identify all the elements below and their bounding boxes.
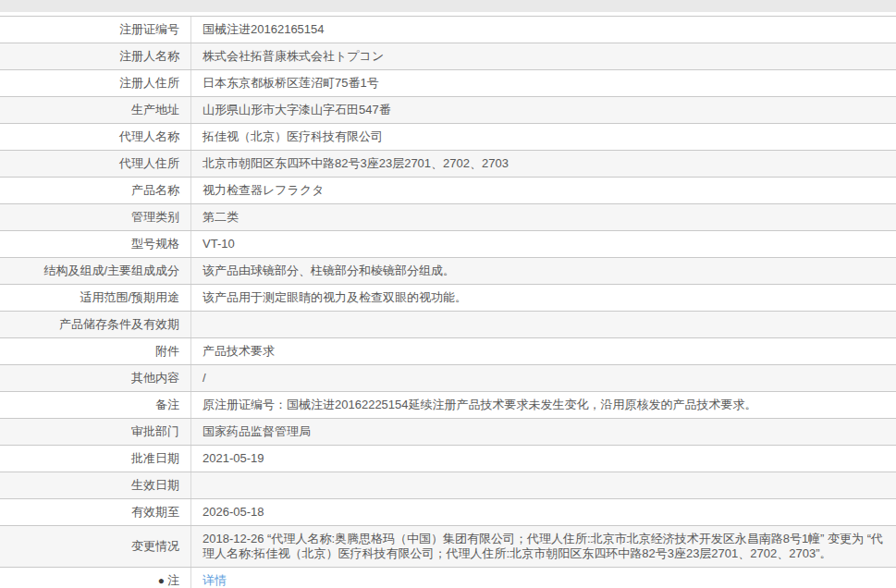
table-row: 注册人住所 日本东京都板桥区莲沼町75番1号 bbox=[0, 70, 896, 97]
row-value: 原注册证编号：国械注进20162225154延续注册产品技术要求未发生变化，沿用… bbox=[191, 392, 896, 418]
table-row: 适用范围/预期用途 该产品用于测定眼睛的视力及检查双眼的视功能。 bbox=[0, 285, 896, 312]
table-row: 备注 原注册证编号：国械注进20162225154延续注册产品技术要求未发生变化… bbox=[0, 392, 896, 419]
table-row: 附件 产品技术要求 bbox=[0, 338, 896, 365]
row-value: 北京市朝阳区东四环中路82号3座23层2701、2702、2703 bbox=[191, 151, 896, 177]
row-label: 注册人住所 bbox=[0, 70, 191, 96]
row-label: 代理人名称 bbox=[0, 124, 191, 150]
table-row: 产品储存条件及有效期 bbox=[0, 312, 896, 338]
row-label: 适用范围/预期用途 bbox=[0, 285, 191, 311]
row-label: 有效期至 bbox=[0, 499, 191, 525]
row-label: 产品储存条件及有效期 bbox=[0, 312, 191, 337]
row-value: 产品技术要求 bbox=[191, 338, 896, 364]
row-value: 国械注进20162165154 bbox=[191, 17, 896, 43]
row-value: 2021-05-19 bbox=[191, 446, 896, 472]
table-row: 生效日期 bbox=[0, 472, 896, 499]
row-value: 该产品用于测定眼睛的视力及检查双眼的视功能。 bbox=[191, 285, 896, 311]
row-value: 详情 bbox=[191, 568, 896, 588]
table-row: 有效期至 2026-05-18 bbox=[0, 499, 896, 526]
row-value: / bbox=[191, 365, 896, 391]
table-row: 其他内容 / bbox=[0, 365, 896, 392]
row-value: 该产品由球镜部分、柱镜部分和棱镜部分组成。 bbox=[191, 258, 896, 284]
table-row: 审批部门 国家药品监督管理局 bbox=[0, 419, 896, 446]
row-value: 2018-12-26 “代理人名称:奥腾思格玛（中国）集团有限公司；代理人住所:… bbox=[191, 526, 896, 567]
table-row: 生产地址 山形県山形市大字漆山字石田547番 bbox=[0, 97, 896, 124]
row-value: 拓佳视（北京）医疗科技有限公司 bbox=[191, 124, 896, 150]
row-label: 批准日期 bbox=[0, 446, 191, 472]
row-label: 审批部门 bbox=[0, 419, 191, 445]
row-label: 产品名称 bbox=[0, 178, 191, 203]
row-label: 结构及组成/主要组成成分 bbox=[0, 258, 191, 284]
row-label: 代理人住所 bbox=[0, 151, 191, 177]
registration-info-table: 注册证编号 国械注进20162165154 注册人名称 株式会社拓普康株式会社ト… bbox=[0, 16, 896, 588]
table-row: 代理人名称 拓佳视（北京）医疗科技有限公司 bbox=[0, 124, 896, 151]
table-row-note: ●注 详情 bbox=[0, 568, 896, 588]
row-value: 株式会社拓普康株式会社トプコン bbox=[191, 43, 896, 69]
row-value: 山形県山形市大字漆山字石田547番 bbox=[191, 97, 896, 123]
row-value bbox=[191, 312, 896, 337]
row-label: 备注 bbox=[0, 392, 191, 418]
row-label: 型号规格 bbox=[0, 231, 191, 257]
row-value: 2026-05-18 bbox=[191, 499, 896, 525]
table-row: 结构及组成/主要组成成分 该产品由球镜部分、柱镜部分和棱镜部分组成。 bbox=[0, 258, 896, 285]
row-value: 日本东京都板桥区莲沼町75番1号 bbox=[191, 70, 896, 96]
row-label: ●注 bbox=[0, 568, 191, 588]
table-row: 型号规格 VT-10 bbox=[0, 231, 896, 258]
table-row: 批准日期 2021-05-19 bbox=[0, 446, 896, 472]
row-label: 注册证编号 bbox=[0, 17, 191, 43]
row-label: 变更情况 bbox=[0, 526, 191, 567]
row-value bbox=[191, 472, 896, 498]
table-row: 产品名称 视力检查器レフラクタ bbox=[0, 178, 896, 204]
note-bullet-icon: ● bbox=[158, 573, 165, 588]
row-label-text: 注 bbox=[167, 573, 179, 588]
row-label: 附件 bbox=[0, 338, 191, 364]
row-label: 管理类别 bbox=[0, 204, 191, 230]
table-row: 管理类别 第二类 bbox=[0, 204, 896, 231]
row-value: VT-10 bbox=[191, 231, 896, 257]
row-value: 国家药品监督管理局 bbox=[191, 419, 896, 445]
row-label: 注册人名称 bbox=[0, 43, 191, 69]
row-label: 生产地址 bbox=[0, 97, 191, 123]
details-link[interactable]: 详情 bbox=[203, 573, 227, 588]
top-bar bbox=[0, 0, 896, 12]
table-row-change-history: 变更情况 2018-12-26 “代理人名称:奥腾思格玛（中国）集团有限公司；代… bbox=[0, 526, 896, 568]
row-value: 第二类 bbox=[191, 204, 896, 230]
row-label: 生效日期 bbox=[0, 472, 191, 498]
table-row: 代理人住所 北京市朝阳区东四环中路82号3座23层2701、2702、2703 bbox=[0, 151, 896, 178]
table-row: 注册证编号 国械注进20162165154 bbox=[0, 17, 896, 43]
table-row: 注册人名称 株式会社拓普康株式会社トプコン bbox=[0, 43, 896, 70]
row-label: 其他内容 bbox=[0, 365, 191, 391]
row-value: 视力检查器レフラクタ bbox=[191, 178, 896, 203]
